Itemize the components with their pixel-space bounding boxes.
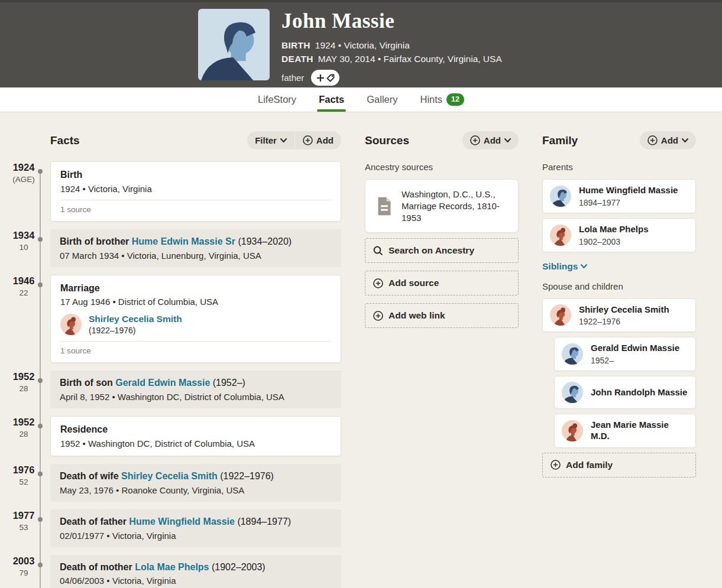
fact-title-prefix: Death of father bbox=[60, 516, 127, 527]
siblings-expander[interactable]: Siblings bbox=[542, 261, 587, 272]
source-card[interactable]: Washington, D.C., U.S., Marriage Records… bbox=[365, 179, 519, 233]
search-on-ancestry-button[interactable]: Search on Ancestry bbox=[365, 238, 519, 263]
fact-row-birth-of-brother: 1934 10 Birth of brother Hume Edwin Mass… bbox=[8, 229, 341, 267]
death-line: DEATHMAY 30, 2014 • Fairfax County, Virg… bbox=[281, 54, 502, 64]
timeline-dot bbox=[38, 563, 43, 567]
tab-hints[interactable]: Hints12 bbox=[420, 87, 465, 112]
siblings-label: Siblings bbox=[542, 261, 578, 272]
age-label: (AGE) bbox=[8, 175, 39, 184]
profile-photo[interactable] bbox=[198, 9, 270, 80]
person-card-mother[interactable]: Lola Mae Phelps 1902–2003 bbox=[542, 218, 696, 252]
timeline-year: 1924 (AGE) bbox=[8, 161, 39, 184]
age-label: 52 bbox=[8, 477, 39, 486]
add-family-dropdown-button[interactable]: Add bbox=[640, 131, 696, 150]
death-label: DEATH bbox=[281, 54, 313, 64]
plus-circle-icon bbox=[551, 460, 561, 470]
timeline-dot bbox=[38, 424, 43, 428]
sources-section: Sources Add Ancestry sources Washington,… bbox=[365, 131, 519, 328]
fact-row-death-of-father: 1977 53 Death of father Hume Wingfield M… bbox=[8, 509, 341, 547]
person-lifespan: 1902–2003 bbox=[579, 237, 649, 246]
tab-label: LifeStory bbox=[258, 94, 296, 105]
birth-value: 1924 • Victoria, Virginia bbox=[315, 40, 410, 50]
add-family-label: Add family bbox=[566, 460, 613, 470]
timeline-dot bbox=[38, 237, 43, 242]
age-label: 22 bbox=[8, 288, 39, 297]
add-web-link-button[interactable]: Add web link bbox=[365, 303, 519, 328]
person-link[interactable]: Hume Wingfield Massie bbox=[129, 516, 235, 527]
add-tag-button[interactable] bbox=[311, 70, 339, 86]
filter-label: Filter bbox=[255, 135, 277, 145]
fact-card[interactable]: Death of mother Lola Mae Phelps (1902–20… bbox=[50, 555, 341, 588]
tab-label: Gallery bbox=[367, 94, 397, 105]
tab-lifestory[interactable]: LifeStory bbox=[258, 87, 296, 112]
spouse-children-label: Spouse and children bbox=[542, 281, 696, 291]
add-family-button[interactable]: Add family bbox=[542, 453, 696, 477]
birth-line: BIRTH1924 • Victoria, Virginia bbox=[281, 40, 502, 51]
add-source-button[interactable]: Add source bbox=[365, 271, 519, 295]
year-label: 1924 bbox=[8, 162, 39, 173]
timeline-year: 2003 79 bbox=[8, 555, 39, 577]
age-label: 28 bbox=[8, 384, 39, 393]
fact-card[interactable]: Birth of son Gerald Edwin Massie (1952–)… bbox=[50, 371, 341, 408]
person-lifespan: 1894–1977 bbox=[579, 198, 678, 207]
page-title: John Massie bbox=[281, 9, 502, 33]
person-link[interactable]: Gerald Edwin Massie bbox=[115, 378, 210, 388]
parents-label: Parents bbox=[542, 162, 696, 172]
year-label: 1977 bbox=[8, 510, 39, 521]
fact-title-prefix: Birth of son bbox=[60, 378, 113, 388]
timeline-year: 1952 28 bbox=[8, 416, 39, 438]
timeline-dot bbox=[38, 282, 43, 287]
female-avatar-icon bbox=[562, 420, 583, 441]
year-label: 1934 bbox=[8, 230, 39, 241]
fact-card[interactable]: Death of wife Shirley Cecelia Smith (192… bbox=[50, 464, 341, 502]
fact-card[interactable]: Birth 1924 • Victoria, Virginia 1 source bbox=[50, 161, 341, 222]
person-card-child[interactable]: John Randolph Massie bbox=[554, 376, 696, 409]
source-count[interactable]: 1 source bbox=[60, 200, 331, 214]
fact-row-death-of-mother: 2003 79 Death of mother Lola Mae Phelps … bbox=[8, 555, 341, 588]
timeline-dot bbox=[38, 378, 43, 383]
person-card-spouse[interactable]: Shirley Cecelia Smith 1922–1976 bbox=[542, 298, 696, 333]
add-web-link-label: Add web link bbox=[388, 310, 445, 321]
fact-row-residence: 1952 28 Residence 1952 • Washington DC, … bbox=[8, 416, 341, 456]
timeline-year: 1977 53 bbox=[8, 509, 39, 532]
person-link[interactable]: Hume Edwin Massie Sr bbox=[132, 236, 235, 246]
spouse-link[interactable]: Shirley Cecelia Smith bbox=[89, 314, 182, 324]
fact-detail: 1952 • Washington DC, District of Columb… bbox=[60, 438, 331, 449]
fact-card[interactable]: Birth of brother Hume Edwin Massie Sr (1… bbox=[50, 229, 341, 267]
fact-title: Residence bbox=[60, 424, 108, 434]
person-lifespan: 1922–1976 bbox=[579, 317, 669, 326]
main-content: Facts Filter Add 1924 (AGE) bbox=[0, 112, 722, 588]
tab-label: Hints bbox=[420, 94, 443, 105]
fact-row-birth: 1924 (AGE) Birth 1924 • Victoria, Virgin… bbox=[8, 161, 341, 222]
plus-circle-icon bbox=[303, 135, 313, 145]
tab-facts[interactable]: Facts bbox=[319, 87, 344, 112]
timeline-year: 1934 10 bbox=[8, 229, 39, 252]
fact-card[interactable]: Marriage 17 Aug 1946 • District of Colum… bbox=[50, 275, 341, 363]
death-value: MAY 30, 2014 • Fairfax County, Virginia,… bbox=[318, 54, 502, 64]
tab-gallery[interactable]: Gallery bbox=[367, 87, 397, 112]
add-label: Add bbox=[484, 135, 501, 145]
fact-row-birth-of-son: 1952 28 Birth of son Gerald Edwin Massie… bbox=[8, 371, 341, 408]
top-toolbar-edge bbox=[0, 0, 722, 2]
profile-header: John Massie BIRTH1924 • Victoria, Virgin… bbox=[0, 0, 722, 87]
year-label: 1976 bbox=[8, 464, 39, 476]
add-source-dropdown-button[interactable]: Add bbox=[462, 131, 519, 150]
add-fact-button[interactable]: Add bbox=[295, 131, 341, 150]
fact-title: Marriage bbox=[60, 283, 100, 293]
person-card-child[interactable]: Gerald Edwin Massie 1952– bbox=[554, 337, 696, 371]
source-count[interactable]: 1 source bbox=[60, 341, 331, 355]
person-card-child[interactable]: Jean Marie Massie M.D. bbox=[554, 414, 696, 448]
chevron-down-icon bbox=[581, 264, 587, 268]
person-name: Gerald Edwin Massie bbox=[591, 343, 679, 354]
person-link[interactable]: Lola Mae Phelps bbox=[135, 562, 209, 572]
plus-circle-icon bbox=[373, 311, 383, 321]
fact-card[interactable]: Residence 1952 • Washington DC, District… bbox=[50, 416, 341, 456]
fact-card[interactable]: Death of father Hume Wingfield Massie (1… bbox=[50, 509, 341, 547]
facts-section: Facts Filter Add 1924 (AGE) bbox=[8, 131, 341, 588]
year-label: 1952 bbox=[8, 417, 39, 428]
person-card-father[interactable]: Hume Wingfield Massie 1894–1977 bbox=[542, 179, 696, 213]
sources-title: Sources bbox=[365, 134, 409, 147]
filter-button[interactable]: Filter bbox=[247, 131, 294, 150]
source-title: Washington, D.C., U.S., Marriage Records… bbox=[402, 189, 511, 223]
person-link[interactable]: Shirley Cecelia Smith bbox=[121, 471, 218, 481]
